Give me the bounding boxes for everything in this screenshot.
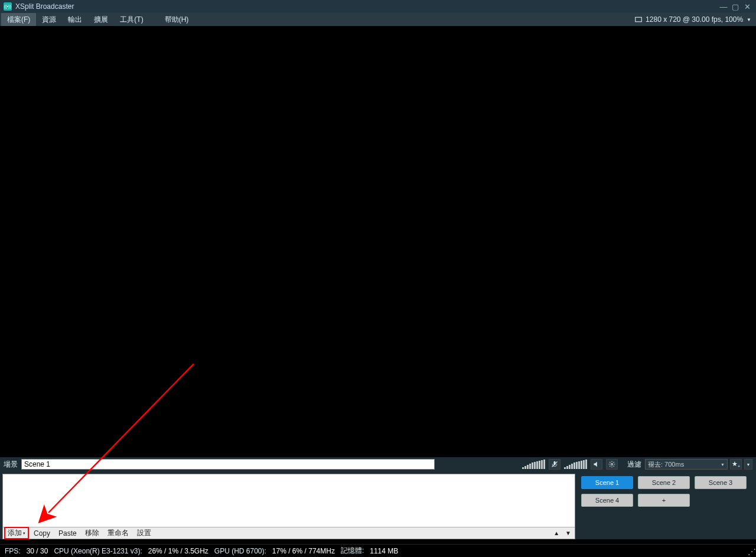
cpu-label: CPU (Xeon(R) E3-1231 v3): — [54, 547, 142, 555]
scene-button-4[interactable]: Scene 4 — [581, 494, 633, 507]
add-source-label: 添加 — [8, 528, 22, 538]
copy-source-button[interactable]: Copy — [30, 528, 54, 539]
mic-volume-meter[interactable] — [522, 460, 545, 469]
resize-grip[interactable]: ⋰ — [748, 549, 755, 556]
chevron-down-icon: ▾ — [23, 531, 25, 536]
scenes-panel: Scene 1 Scene 2 Scene 3 Scene 4 + — [575, 471, 756, 539]
scene-label: 場景 — [4, 460, 18, 470]
titlebar: XSplit Broadcaster — ▢ ✕ — [0, 0, 756, 13]
menu-outputs[interactable]: 輸出 — [62, 13, 88, 27]
maximize-button[interactable]: ▢ — [730, 2, 741, 11]
favorite-transition-button[interactable]: ★+ — [730, 459, 742, 470]
speaker-icon — [593, 461, 600, 468]
source-settings-button[interactable]: 設置 — [133, 527, 155, 539]
chevron-down-icon: ▼ — [747, 462, 751, 467]
transition-value: 褪去: 700ms — [648, 460, 684, 469]
app-title: XSplit Broadcaster — [15, 2, 74, 11]
preview-area[interactable] — [0, 26, 756, 457]
move-source-down-button[interactable]: ▼ — [563, 530, 573, 536]
transition-menu-button[interactable]: ▼ — [744, 459, 752, 470]
paste-source-button[interactable]: Paste — [55, 528, 80, 539]
microphone-slash-icon — [551, 461, 558, 468]
sources-list[interactable] — [3, 474, 575, 527]
screen-icon — [635, 16, 642, 23]
menu-help[interactable]: 帮助(H) — [159, 13, 195, 27]
menu-extensions[interactable]: 擴展 — [88, 13, 114, 27]
chevron-down-icon: ▼ — [747, 17, 751, 22]
fps-label: FPS: — [5, 547, 21, 555]
audio-settings-button[interactable] — [606, 459, 618, 470]
sources-toolbar: 添加 ▾ Copy Paste 移除 重命名 設置 ▲ ▼ — [3, 527, 575, 539]
remove-source-button[interactable]: 移除 — [82, 527, 103, 539]
menu-sources[interactable]: 資源 — [36, 13, 62, 27]
menubar: 檔案(F) 資源 輸出 擴展 工具(T) 帮助(H) 1280 x 720 @ … — [0, 13, 756, 26]
bottom-panel: 添加 ▾ Copy Paste 移除 重命名 設置 ▲ ▼ Scene 1 Sc… — [0, 471, 756, 539]
minimize-button[interactable]: — — [718, 2, 729, 11]
scene-control-bar: 場景 過濾 褪去: 700ms ▼ ★+ ▼ — [0, 457, 756, 471]
speaker-volume-meter[interactable] — [564, 460, 587, 469]
cpu-value: 26% / 1% / 3.5GHz — [148, 547, 208, 555]
gear-icon — [608, 461, 615, 468]
scene-button-2[interactable]: Scene 2 — [638, 476, 690, 489]
gpu-value: 17% / 6% / 774MHz — [272, 547, 335, 555]
svg-point-2 — [611, 464, 613, 465]
rename-source-button[interactable]: 重命名 — [104, 527, 132, 539]
speaker-button[interactable] — [591, 459, 602, 470]
chevron-down-icon: ▼ — [721, 462, 725, 467]
gpu-label: GPU (HD 6700): — [214, 547, 266, 555]
app-icon — [4, 2, 12, 11]
fps-value: 30 / 30 — [27, 547, 48, 555]
svg-rect-0 — [636, 17, 642, 22]
scene-name-input[interactable] — [21, 459, 435, 470]
close-button[interactable]: ✕ — [742, 2, 752, 11]
scene-button-1[interactable]: Scene 1 — [581, 476, 633, 489]
mem-label: 記憶體: — [341, 546, 364, 556]
menu-tools[interactable]: 工具(T) — [114, 13, 149, 27]
statusbar: FPS: 30 / 30 CPU (Xeon(R) E3-1231 v3): 2… — [0, 544, 756, 557]
transition-label: 過濾 — [627, 460, 641, 470]
resolution-text: 1280 x 720 @ 30.00 fps, 100% — [646, 15, 743, 24]
mem-value: 1114 MB — [370, 547, 398, 555]
mic-mute-button[interactable] — [549, 459, 561, 470]
menu-file[interactable]: 檔案(F) — [1, 13, 36, 27]
resolution-display[interactable]: 1280 x 720 @ 30.00 fps, 100% ▼ — [635, 15, 755, 24]
scene-button-3[interactable]: Scene 3 — [695, 476, 747, 489]
sources-panel: 添加 ▾ Copy Paste 移除 重命名 設置 ▲ ▼ — [2, 474, 575, 539]
move-source-up-button[interactable]: ▲ — [551, 530, 562, 536]
add-source-button[interactable]: 添加 ▾ — [4, 527, 29, 539]
star-icon: ★+ — [732, 460, 740, 468]
transition-select[interactable]: 褪去: 700ms ▼ — [645, 459, 728, 470]
add-scene-button[interactable]: + — [638, 494, 690, 507]
